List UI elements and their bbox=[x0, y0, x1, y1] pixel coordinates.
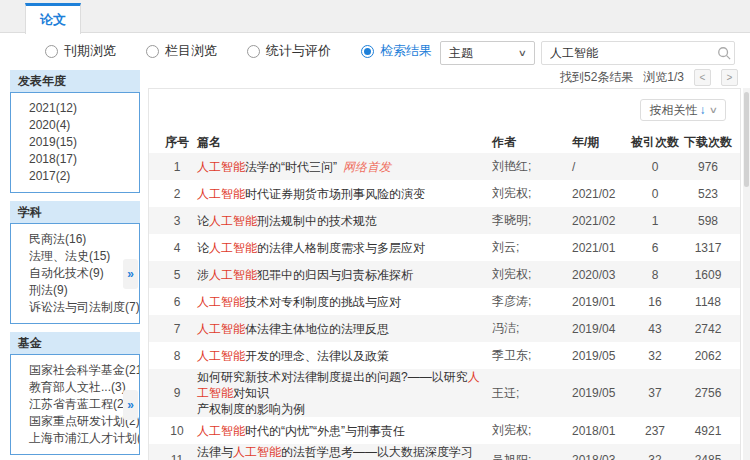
facet-list: 国家社会科学基金(21)教育部人文社...(3)江苏省青蓝工程(2)国家重点研发… bbox=[10, 354, 140, 455]
radio-circle-icon bbox=[247, 45, 260, 58]
row-year: 2019/04 bbox=[570, 322, 628, 336]
row-index: 5 bbox=[157, 268, 197, 282]
paper-title-link[interactable]: 人工智能体法律主体地位的法理反思 bbox=[197, 321, 492, 337]
app-root: 论文 刊期浏览栏目浏览统计与评价检索结果 主题 ∨ 找到52条结果 浏览1/3 … bbox=[0, 0, 750, 460]
search-box bbox=[541, 41, 735, 65]
row-author: 吴旭阳; bbox=[492, 452, 570, 460]
facet-item[interactable]: 2021(12) bbox=[11, 100, 139, 117]
row-cited: 0 bbox=[628, 160, 682, 174]
radio-view-2[interactable]: 统计与评价 bbox=[247, 42, 331, 60]
radio-view-3[interactable]: 检索结果 bbox=[361, 42, 432, 60]
paper-title-link[interactable]: 法律与人工智能的法哲学思考——以大数据深度学习为考察重点 bbox=[197, 444, 492, 460]
facet-item[interactable]: 教育部人文社...(3) bbox=[11, 379, 139, 396]
row-author: 李晓明; bbox=[492, 212, 570, 229]
row-author: 王迁; bbox=[492, 385, 570, 402]
row-downloads: 1148 bbox=[682, 295, 734, 309]
facet-item[interactable]: 2020(4) bbox=[11, 117, 139, 134]
table-row[interactable]: 9如何研究新技术对法律制度提出的问题?——以研究人工智能对知识产权制度的影响为例… bbox=[149, 369, 740, 417]
keyword-highlight: 人工智能 bbox=[197, 295, 245, 309]
facet-item[interactable]: 自动化技术(9) bbox=[11, 265, 139, 282]
next-page-button[interactable]: > bbox=[721, 69, 738, 86]
facet-item[interactable]: 2019(15) bbox=[11, 134, 139, 151]
search-field-select[interactable]: 主题 ∨ bbox=[440, 41, 535, 65]
facet-title: 发表年度 bbox=[10, 70, 140, 92]
keyword-highlight: 人工智能 bbox=[197, 424, 245, 438]
col-author: 作者 bbox=[492, 134, 570, 151]
col-title: 篇名 bbox=[197, 134, 492, 151]
paper-title-link[interactable]: 论人工智能刑法规制中的技术规范 bbox=[197, 213, 492, 229]
table-row[interactable]: 1人工智能法学的“时代三问”网络首发刘艳红;/0976 bbox=[149, 153, 740, 180]
paper-title-link[interactable]: 如何研究新技术对法律制度提出的问题?——以研究人工智能对知识产权制度的影响为例 bbox=[197, 369, 492, 417]
radio-label: 刊期浏览 bbox=[64, 42, 116, 60]
facet-item[interactable]: 法理、法史(15) bbox=[11, 248, 139, 265]
row-cited: 0 bbox=[628, 187, 682, 201]
table-row[interactable]: 6人工智能技术对专利制度的挑战与应对李彦涛;2019/01161148 bbox=[149, 288, 740, 315]
vertical-scrollbar[interactable] bbox=[743, 88, 750, 460]
table-row[interactable]: 3论人工智能刑法规制中的技术规范李晓明;2021/021598 bbox=[149, 207, 740, 234]
table-header-row: 序号篇名作者年/期被引次数下载次数 bbox=[149, 131, 740, 153]
row-downloads: 976 bbox=[682, 160, 734, 174]
sort-direction-arrow-icon: ↓ bbox=[699, 103, 705, 117]
keyword-highlight: 人工智能 bbox=[209, 268, 257, 282]
row-author: 刘宪权; bbox=[492, 185, 570, 202]
row-index: 11 bbox=[157, 453, 197, 460]
table-row[interactable]: 5涉人工智能犯罪中的归因与归责标准探析刘宪权;2020/0381609 bbox=[149, 261, 740, 288]
facet-item[interactable]: 国家社会科学基金(21) bbox=[11, 362, 139, 379]
results-count: 找到52条结果 bbox=[560, 69, 633, 86]
facet-list: 民商法(16)法理、法史(15)自动化技术(9)刑法(9)诉讼法与司法制度(7)… bbox=[10, 223, 140, 324]
table-row[interactable]: 8人工智能开发的理念、法律以及政策季卫东;2019/05322062 bbox=[149, 342, 740, 369]
results-bar: 找到52条结果 浏览1/3 < > bbox=[560, 69, 738, 86]
facet-item[interactable]: 民商法(16) bbox=[11, 231, 139, 248]
sort-label: 按相关性 bbox=[649, 102, 697, 119]
paper-title-link[interactable]: 人工智能技术对专利制度的挑战与应对 bbox=[197, 294, 492, 310]
facet-item[interactable]: 上海市浦江人才计划(1) bbox=[11, 430, 139, 447]
facet-item[interactable]: 江苏省青蓝工程(2) bbox=[11, 396, 139, 413]
search-icon[interactable] bbox=[713, 46, 734, 60]
radio-view-0[interactable]: 刊期浏览 bbox=[45, 42, 116, 60]
facet-list: 2021(12)2020(4)2019(15)2018(17)2017(2) bbox=[10, 92, 140, 193]
col-downloads: 下载次数 bbox=[682, 134, 734, 151]
prev-page-button[interactable]: < bbox=[694, 69, 711, 86]
paper-title-link[interactable]: 人工智能法学的“时代三问”网络首发 bbox=[197, 159, 492, 175]
paper-title-link[interactable]: 人工智能时代的“内忧”“外患”与刑事责任 bbox=[197, 423, 492, 439]
facet-expand-button[interactable]: » bbox=[123, 390, 138, 420]
scrollbar-thumb[interactable] bbox=[744, 92, 749, 187]
row-author: 刘宪权; bbox=[492, 422, 570, 439]
search-field-value: 主题 bbox=[449, 45, 473, 62]
row-cited: 16 bbox=[628, 295, 682, 309]
tab-strip: 论文 bbox=[0, 0, 750, 33]
keyword-highlight: 人工智能 bbox=[197, 322, 245, 336]
keyword-highlight: 人工智能 bbox=[209, 241, 257, 255]
paper-title-link[interactable]: 人工智能时代证券期货市场刑事风险的演变 bbox=[197, 186, 492, 202]
table-row[interactable]: 4论人工智能的法律人格制度需求与多层应对刘云;2021/0161317 bbox=[149, 234, 740, 261]
search-input[interactable] bbox=[542, 46, 713, 60]
facet-title: 基金 bbox=[10, 332, 140, 354]
facet-item[interactable]: 2018(17) bbox=[11, 151, 139, 168]
table-row[interactable]: 11法律与人工智能的法哲学思考——以大数据深度学习为考察重点吴旭阳;2018/0… bbox=[149, 444, 740, 460]
facet-expand-button[interactable]: » bbox=[123, 259, 138, 289]
table-row[interactable]: 7人工智能体法律主体地位的法理反思冯洁;2019/04432742 bbox=[149, 315, 740, 342]
row-downloads: 1609 bbox=[682, 268, 734, 282]
facet-item[interactable]: 2017(2) bbox=[11, 168, 139, 185]
row-index: 6 bbox=[157, 295, 197, 309]
paper-title-link[interactable]: 涉人工智能犯罪中的归因与归责标准探析 bbox=[197, 267, 492, 283]
table-row[interactable]: 10人工智能时代的“内忧”“外患”与刑事责任刘宪权;2018/012374921 bbox=[149, 417, 740, 444]
facet-item[interactable]: 诉讼法与司法制度(7) bbox=[11, 299, 139, 316]
radio-label: 栏目浏览 bbox=[165, 42, 217, 60]
facet-item[interactable]: 刑法(9) bbox=[11, 282, 139, 299]
tab-papers[interactable]: 论文 bbox=[25, 3, 81, 34]
row-index: 8 bbox=[157, 349, 197, 363]
radio-view-1[interactable]: 栏目浏览 bbox=[146, 42, 217, 60]
row-index: 2 bbox=[157, 187, 197, 201]
facet-item[interactable]: 国家重点研发计划(2) bbox=[11, 413, 139, 430]
sort-button[interactable]: 按相关性 ↓ ∨ bbox=[640, 99, 726, 121]
row-year: 2020/03 bbox=[570, 268, 628, 282]
row-author: 李彦涛; bbox=[492, 293, 570, 310]
row-year: 2021/02 bbox=[570, 187, 628, 201]
row-year: 2021/02 bbox=[570, 214, 628, 228]
row-author: 冯洁; bbox=[492, 320, 570, 337]
paper-title-link[interactable]: 论人工智能的法律人格制度需求与多层应对 bbox=[197, 240, 492, 256]
table-row[interactable]: 2人工智能时代证券期货市场刑事风险的演变刘宪权;2021/020523 bbox=[149, 180, 740, 207]
row-cited: 8 bbox=[628, 268, 682, 282]
paper-title-link[interactable]: 人工智能开发的理念、法律以及政策 bbox=[197, 348, 492, 364]
